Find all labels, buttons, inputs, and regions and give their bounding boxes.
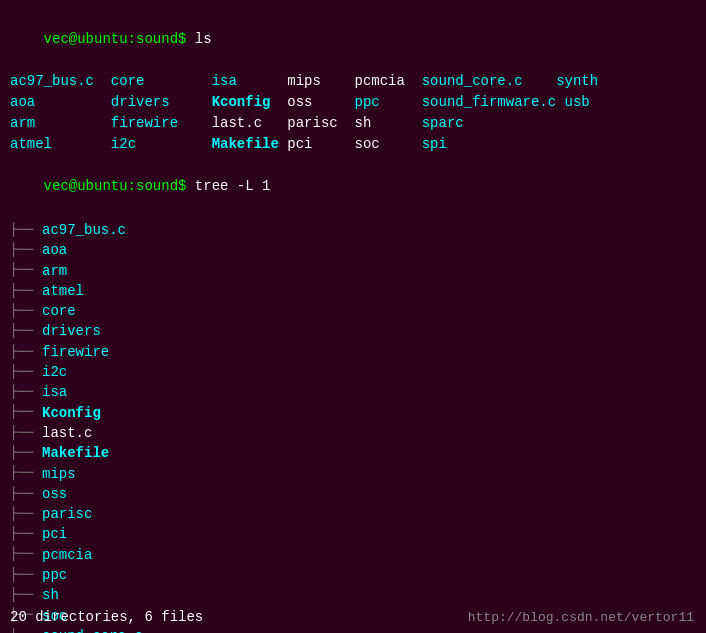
tree-item: ├── aoa [10,240,696,260]
tree-item-label: oss [42,484,67,504]
tree-branch-icon: ├── [10,424,38,443]
tree-item: ├── firewire [10,342,696,362]
ls-item: synth [556,73,598,89]
tree-item-label: atmel [42,281,84,301]
ls-item: oss [287,94,354,110]
ls-item: ac97_bus.c [10,73,111,89]
tree-branch-icon: ├── [10,221,38,240]
tree-item-label: firewire [42,342,109,362]
ls-item: usb [556,94,590,110]
ls-item: aoa [10,94,111,110]
ls-item: sparc [422,115,464,131]
ls-item: arm [10,115,111,131]
ls-item: spi [422,136,447,152]
tree-branch-icon: ├── [10,403,38,422]
ls-item: pcmcia [355,73,422,89]
tree-item: ├── last.c [10,423,696,443]
tree-item-label: ac97_bus.c [42,220,126,240]
tree-item-label: pci [42,524,67,544]
tree-branch-icon: ├── [10,261,38,280]
ls-row-4: atmel i2c Makefile pci soc spi [10,134,696,155]
ls-item: soc [355,136,422,152]
tree-branch-icon: ├── [10,627,38,633]
tree-branch-icon: ├── [10,566,38,585]
tree-branch-icon: ├── [10,383,38,402]
tree-cmd: tree -L 1 [186,178,270,194]
tree-item: ├── ppc [10,565,696,585]
ls-cmd: ls [186,31,211,47]
tree-item: ├── Makefile [10,443,696,463]
ls-item: i2c [111,136,212,152]
tree-item: ├── atmel [10,281,696,301]
tree-item-label: pcmcia [42,545,92,565]
tree-branch-icon: ├── [10,464,38,483]
ls-item: core [111,73,212,89]
ls-row-1: ac97_bus.c core isa mips pcmcia sound_co… [10,71,696,92]
tree-item: ├── arm [10,261,696,281]
prompt-2: vec@ubuntu:sound$ [44,178,187,194]
ls-item: sh [355,115,422,131]
ls-row-3: arm firewire last.c parisc sh sparc [10,113,696,134]
ls-item: Kconfig [212,94,288,110]
terminal: vec@ubuntu:sound$ ls ac97_bus.c core isa… [0,0,706,633]
ls-item: Makefile [212,136,288,152]
ls-item: sound_firmware.c [422,94,556,110]
tree-item-label: Kconfig [42,403,101,423]
tree-item: ├── parisc [10,504,696,524]
tree-item: ├── sh [10,585,696,605]
tree-item-label: core [42,301,76,321]
tree-branch-icon: ├── [10,241,38,260]
tree-item: ├── pcmcia [10,545,696,565]
ls-row-2: aoa drivers Kconfig oss ppc sound_firmwa… [10,92,696,113]
tree-item-label: drivers [42,321,101,341]
tree-item-label: Makefile [42,443,109,463]
tree-branch-icon: ├── [10,282,38,301]
tree-item-label: parisc [42,504,92,524]
tree-item: ├── core [10,301,696,321]
ls-item: isa [212,73,288,89]
tree-branch-icon: ├── [10,505,38,524]
tree-item: ├── pci [10,524,696,544]
ls-item: drivers [111,94,212,110]
tree-branch-icon: ├── [10,586,38,605]
tree-branch-icon: ├── [10,444,38,463]
ls-item: parisc [287,115,354,131]
footer-count: 20 directories, 6 files [10,609,203,625]
ls-item: pci [287,136,354,152]
tree-item-label: aoa [42,240,67,260]
tree-item: ├── drivers [10,321,696,341]
tree-branch-icon: ├── [10,302,38,321]
tree-item-label: arm [42,261,67,281]
tree-item-label: ppc [42,565,67,585]
tree-item: ├── isa [10,382,696,402]
tree-item-label: sh [42,585,59,605]
tree-item: ├── oss [10,484,696,504]
prompt-1: vec@ubuntu:sound$ [44,31,187,47]
ls-item: last.c [212,115,288,131]
tree-item-label: isa [42,382,67,402]
tree-branch-icon: ├── [10,363,38,382]
tree-branch-icon: ├── [10,545,38,564]
tree-branch-icon: ├── [10,343,38,362]
tree-item: ├── sound_core.c [10,626,696,633]
tree-output: ├── ac97_bus.c├── aoa├── arm├── atmel├──… [10,220,696,633]
footer-url: http://blog.csdn.net/vertor11 [468,610,694,625]
tree-item: ├── Kconfig [10,403,696,423]
ls-item: atmel [10,136,111,152]
tree-item: ├── i2c [10,362,696,382]
ls-item: sound_core.c [422,73,556,89]
ls-item: mips [287,73,354,89]
tree-branch-icon: ├── [10,485,38,504]
ls-output: ac97_bus.c core isa mips pcmcia sound_co… [10,71,696,155]
tree-command-line: vec@ubuntu:sound$ tree -L 1 [10,155,696,218]
tree-item-label: mips [42,464,76,484]
tree-item-label: i2c [42,362,67,382]
tree-item-label: sound_core.c [42,626,143,633]
ls-command-line: vec@ubuntu:sound$ ls [10,8,696,71]
tree-item: ├── mips [10,464,696,484]
ls-item: ppc [355,94,422,110]
tree-item-label: last.c [42,423,92,443]
tree-branch-icon: ├── [10,525,38,544]
ls-item: firewire [111,115,212,131]
tree-item: ├── ac97_bus.c [10,220,696,240]
